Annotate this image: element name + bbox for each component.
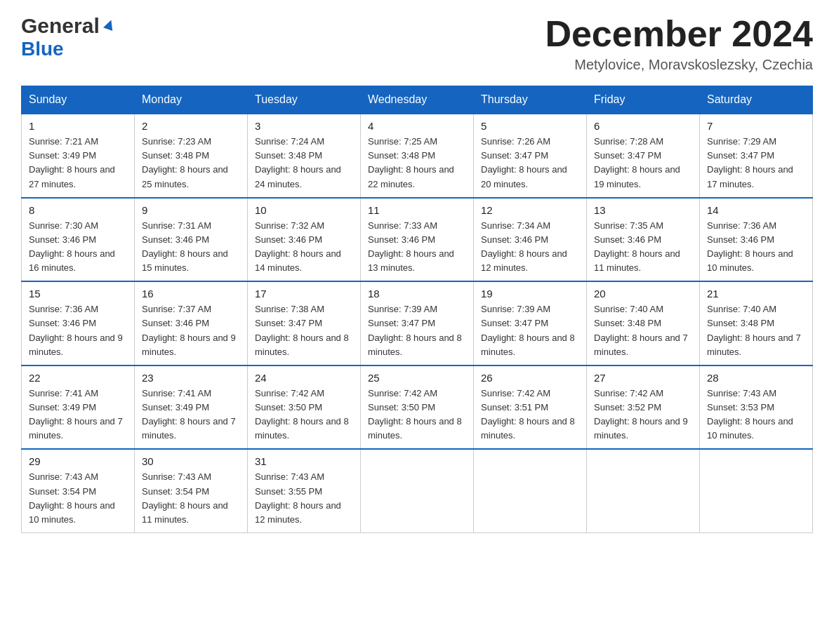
- day-info: Sunrise: 7:36 AMSunset: 3:46 PMDaylight:…: [707, 219, 805, 276]
- day-info: Sunrise: 7:33 AMSunset: 3:46 PMDaylight:…: [368, 219, 466, 276]
- day-number: 11: [368, 204, 466, 216]
- day-info: Sunrise: 7:36 AMSunset: 3:46 PMDaylight:…: [29, 302, 127, 359]
- svg-marker-0: [103, 18, 116, 31]
- day-info: Sunrise: 7:34 AMSunset: 3:46 PMDaylight:…: [481, 219, 579, 276]
- day-number: 18: [368, 288, 466, 300]
- calendar-cell: 17Sunrise: 7:38 AMSunset: 3:47 PMDayligh…: [248, 281, 361, 365]
- calendar-cell: 29Sunrise: 7:43 AMSunset: 3:54 PMDayligh…: [22, 449, 135, 532]
- week-row-1: 1Sunrise: 7:21 AMSunset: 3:49 PMDaylight…: [22, 114, 813, 198]
- day-info: Sunrise: 7:29 AMSunset: 3:47 PMDaylight:…: [707, 135, 805, 192]
- logo-general-text: General: [21, 14, 100, 38]
- week-row-4: 22Sunrise: 7:41 AMSunset: 3:49 PMDayligh…: [22, 365, 813, 450]
- title-area: December 2024 Metylovice, Moravskoslezsk…: [545, 14, 813, 73]
- weekday-header-row: SundayMondayTuesdayWednesdayThursdayFrid…: [22, 86, 813, 114]
- day-info: Sunrise: 7:31 AMSunset: 3:46 PMDaylight:…: [142, 219, 240, 276]
- calendar-cell: 27Sunrise: 7:42 AMSunset: 3:52 PMDayligh…: [587, 365, 700, 450]
- calendar-cell: 21Sunrise: 7:40 AMSunset: 3:48 PMDayligh…: [700, 281, 813, 365]
- day-info: Sunrise: 7:43 AMSunset: 3:55 PMDaylight:…: [255, 470, 353, 527]
- calendar-cell: 26Sunrise: 7:42 AMSunset: 3:51 PMDayligh…: [474, 365, 587, 450]
- calendar-cell: 23Sunrise: 7:41 AMSunset: 3:49 PMDayligh…: [135, 365, 248, 450]
- logo: General Blue: [21, 14, 117, 59]
- day-number: 15: [29, 288, 127, 300]
- day-number: 1: [29, 120, 127, 132]
- day-number: 2: [142, 120, 240, 132]
- weekday-header-friday: Friday: [587, 86, 700, 114]
- day-info: Sunrise: 7:39 AMSunset: 3:47 PMDaylight:…: [368, 302, 466, 359]
- day-number: 17: [255, 288, 353, 300]
- month-title: December 2024: [545, 14, 813, 54]
- day-number: 23: [142, 372, 240, 384]
- weekday-header-saturday: Saturday: [700, 86, 813, 114]
- week-row-3: 15Sunrise: 7:36 AMSunset: 3:46 PMDayligh…: [22, 281, 813, 365]
- day-number: 28: [707, 372, 805, 384]
- day-info: Sunrise: 7:39 AMSunset: 3:47 PMDaylight:…: [481, 302, 579, 359]
- day-info: Sunrise: 7:28 AMSunset: 3:47 PMDaylight:…: [594, 135, 692, 192]
- day-info: Sunrise: 7:26 AMSunset: 3:47 PMDaylight:…: [481, 135, 579, 192]
- day-number: 13: [594, 204, 692, 216]
- calendar-cell: [700, 449, 813, 532]
- page-header: General Blue December 2024 Metylovice, M…: [21, 14, 813, 73]
- day-info: Sunrise: 7:35 AMSunset: 3:46 PMDaylight:…: [594, 219, 692, 276]
- day-info: Sunrise: 7:41 AMSunset: 3:49 PMDaylight:…: [29, 387, 127, 443]
- day-number: 10: [255, 204, 353, 216]
- calendar-cell: 18Sunrise: 7:39 AMSunset: 3:47 PMDayligh…: [361, 281, 474, 365]
- calendar-cell: [474, 449, 587, 532]
- calendar-cell: 20Sunrise: 7:40 AMSunset: 3:48 PMDayligh…: [587, 281, 700, 365]
- day-number: 12: [481, 204, 579, 216]
- day-info: Sunrise: 7:42 AMSunset: 3:50 PMDaylight:…: [368, 387, 466, 443]
- calendar-cell: 30Sunrise: 7:43 AMSunset: 3:54 PMDayligh…: [135, 449, 248, 532]
- logo-blue-text: Blue: [21, 39, 64, 59]
- calendar-cell: 11Sunrise: 7:33 AMSunset: 3:46 PMDayligh…: [361, 198, 474, 282]
- day-number: 16: [142, 288, 240, 300]
- day-number: 21: [707, 288, 805, 300]
- weekday-header-wednesday: Wednesday: [361, 86, 474, 114]
- day-number: 27: [594, 372, 692, 384]
- day-number: 3: [255, 120, 353, 132]
- day-number: 29: [29, 455, 127, 467]
- day-number: 24: [255, 372, 353, 384]
- calendar-cell: 31Sunrise: 7:43 AMSunset: 3:55 PMDayligh…: [248, 449, 361, 532]
- day-number: 7: [707, 120, 805, 132]
- day-info: Sunrise: 7:38 AMSunset: 3:47 PMDaylight:…: [255, 302, 353, 359]
- calendar-cell: 25Sunrise: 7:42 AMSunset: 3:50 PMDayligh…: [361, 365, 474, 450]
- logo-triangle-icon: [102, 17, 117, 32]
- calendar-cell: 16Sunrise: 7:37 AMSunset: 3:46 PMDayligh…: [135, 281, 248, 365]
- day-info: Sunrise: 7:32 AMSunset: 3:46 PMDaylight:…: [255, 219, 353, 276]
- location-text: Metylovice, Moravskoslezsky, Czechia: [545, 57, 813, 73]
- week-row-2: 8Sunrise: 7:30 AMSunset: 3:46 PMDaylight…: [22, 198, 813, 282]
- day-info: Sunrise: 7:30 AMSunset: 3:46 PMDaylight:…: [29, 219, 127, 276]
- day-number: 20: [594, 288, 692, 300]
- day-info: Sunrise: 7:41 AMSunset: 3:49 PMDaylight:…: [142, 387, 240, 443]
- day-number: 14: [707, 204, 805, 216]
- day-info: Sunrise: 7:43 AMSunset: 3:53 PMDaylight:…: [707, 387, 805, 443]
- calendar-cell: 9Sunrise: 7:31 AMSunset: 3:46 PMDaylight…: [135, 198, 248, 282]
- day-info: Sunrise: 7:42 AMSunset: 3:51 PMDaylight:…: [481, 387, 579, 443]
- day-info: Sunrise: 7:43 AMSunset: 3:54 PMDaylight:…: [29, 470, 127, 527]
- weekday-header-tuesday: Tuesday: [248, 86, 361, 114]
- day-number: 30: [142, 455, 240, 467]
- calendar-cell: 3Sunrise: 7:24 AMSunset: 3:48 PMDaylight…: [248, 114, 361, 198]
- day-info: Sunrise: 7:23 AMSunset: 3:48 PMDaylight:…: [142, 135, 240, 192]
- calendar-cell: 8Sunrise: 7:30 AMSunset: 3:46 PMDaylight…: [22, 198, 135, 282]
- calendar-cell: [587, 449, 700, 532]
- calendar-cell: 12Sunrise: 7:34 AMSunset: 3:46 PMDayligh…: [474, 198, 587, 282]
- weekday-header-monday: Monday: [135, 86, 248, 114]
- weekday-header-thursday: Thursday: [474, 86, 587, 114]
- calendar-cell: 4Sunrise: 7:25 AMSunset: 3:48 PMDaylight…: [361, 114, 474, 198]
- day-info: Sunrise: 7:42 AMSunset: 3:52 PMDaylight:…: [594, 387, 692, 443]
- weekday-header-sunday: Sunday: [22, 86, 135, 114]
- calendar-cell: 28Sunrise: 7:43 AMSunset: 3:53 PMDayligh…: [700, 365, 813, 450]
- calendar-cell: 15Sunrise: 7:36 AMSunset: 3:46 PMDayligh…: [22, 281, 135, 365]
- day-info: Sunrise: 7:40 AMSunset: 3:48 PMDaylight:…: [594, 302, 692, 359]
- calendar-cell: 6Sunrise: 7:28 AMSunset: 3:47 PMDaylight…: [587, 114, 700, 198]
- calendar-cell: 1Sunrise: 7:21 AMSunset: 3:49 PMDaylight…: [22, 114, 135, 198]
- day-number: 5: [481, 120, 579, 132]
- day-number: 22: [29, 372, 127, 384]
- calendar-cell: 14Sunrise: 7:36 AMSunset: 3:46 PMDayligh…: [700, 198, 813, 282]
- calendar-cell: 7Sunrise: 7:29 AMSunset: 3:47 PMDaylight…: [700, 114, 813, 198]
- calendar-cell: 10Sunrise: 7:32 AMSunset: 3:46 PMDayligh…: [248, 198, 361, 282]
- day-number: 26: [481, 372, 579, 384]
- day-number: 19: [481, 288, 579, 300]
- calendar-cell: 2Sunrise: 7:23 AMSunset: 3:48 PMDaylight…: [135, 114, 248, 198]
- day-number: 8: [29, 204, 127, 216]
